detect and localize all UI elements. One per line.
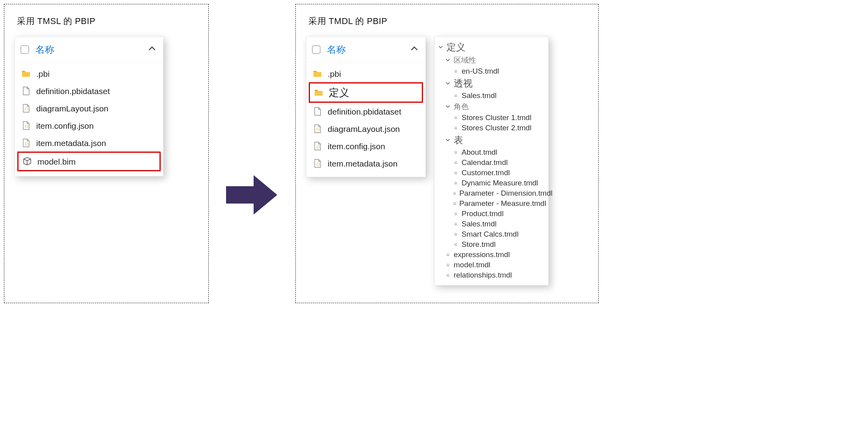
- file-row[interactable]: definition.pbidataset: [17, 82, 161, 100]
- file-row[interactable]: item.metadata.json: [17, 134, 161, 152]
- tree-root-label: 定义: [447, 41, 466, 54]
- model-icon: [22, 157, 32, 166]
- arrow-icon: [224, 171, 280, 218]
- tree-file[interactable]: ≡Smart Calcs.tmdl: [437, 229, 545, 239]
- file-name: item.metadata.json: [328, 159, 397, 168]
- tree-file-label: Stores Cluster 2.tmdl: [462, 124, 531, 132]
- tree-file[interactable]: ≡Calendar.tmdl: [437, 157, 545, 168]
- folder-icon: [21, 69, 31, 78]
- folder-icon: [313, 69, 322, 78]
- file-icon: [21, 86, 31, 96]
- file-glyph-icon: ≡: [453, 211, 458, 217]
- chevron-down-icon: [438, 44, 443, 50]
- chevron-down-icon: [445, 81, 451, 86]
- file-name: item.config.json: [36, 122, 94, 130]
- file-glyph-icon: ≡: [453, 180, 458, 186]
- select-all-checkbox[interactable]: [20, 45, 29, 54]
- file-row[interactable]: item.config.json: [17, 117, 161, 134]
- file-row[interactable]: model.bim: [17, 152, 161, 171]
- file-row[interactable]: 定义: [309, 82, 423, 103]
- tree-file[interactable]: ≡model.tmdl: [437, 260, 545, 270]
- file-glyph-icon: ≡: [453, 159, 458, 166]
- name-column-header[interactable]: 名称: [327, 43, 346, 56]
- tree-file[interactable]: ≡Sales.tmdl: [437, 91, 545, 101]
- tree-file[interactable]: ≡Sales.tmdl: [437, 219, 545, 229]
- file-glyph-icon: ≡: [445, 262, 451, 268]
- file-icon: [313, 107, 322, 116]
- tmdl-box: 采用 TMDL 的 PBIP 名称 .pbi定义definition.pbida…: [295, 4, 599, 303]
- file-row[interactable]: diagramLayout.json: [309, 120, 423, 137]
- tree-file-label: Sales.tmdl: [462, 220, 497, 228]
- tree-group-label: 角色: [454, 102, 469, 112]
- json-icon: [21, 104, 31, 113]
- tree-file[interactable]: ≡Customer.tmdl: [437, 168, 545, 178]
- tree-file-label: en-US.tmdl: [462, 67, 499, 76]
- json-icon: [21, 121, 31, 130]
- tree-file[interactable]: ≡relationships.tmdl: [437, 270, 545, 280]
- tree-file-label: Store.tmdl: [462, 240, 496, 249]
- tree-file-label: Dynamic Measure.tmdl: [462, 179, 538, 187]
- tree-file-label: Product.tmdl: [462, 209, 504, 218]
- file-glyph-icon: ≡: [453, 221, 458, 227]
- json-icon: [21, 138, 31, 148]
- tree-file[interactable]: ≡Parameter - Dimension.tmdl: [437, 188, 545, 198]
- tree-file[interactable]: ≡About.tmdl: [437, 147, 545, 157]
- tree-file-label: Stores Cluster 1.tmdl: [462, 113, 531, 122]
- file-row[interactable]: diagramLayout.json: [17, 100, 161, 117]
- tree-file[interactable]: ≡Product.tmdl: [437, 209, 545, 219]
- tree-group-label: 透视: [454, 77, 473, 90]
- tree-file[interactable]: ≡Stores Cluster 1.tmdl: [437, 113, 545, 123]
- tree-file-label: model.tmdl: [454, 261, 490, 269]
- file-row[interactable]: item.config.json: [309, 137, 423, 155]
- file-glyph-icon: ≡: [453, 68, 458, 74]
- chevron-down-icon: [445, 57, 451, 63]
- arrow-between: [224, 4, 280, 303]
- sort-caret-icon[interactable]: [147, 44, 157, 54]
- file-glyph-icon: ≡: [453, 149, 458, 156]
- tree-file[interactable]: ≡Dynamic Measure.tmdl: [437, 178, 545, 188]
- tmdl-file-panel: 名称 .pbi定义definition.pbidatasetdiagramLay…: [306, 37, 426, 177]
- file-name: model.bim: [37, 157, 76, 166]
- tree-file-label: Parameter - Measure.tmdl: [459, 199, 546, 208]
- select-all-checkbox[interactable]: [312, 45, 321, 54]
- tmsl-file-panel: 名称 .pbidefinition.pbidatasetdiagramLayou…: [15, 37, 163, 176]
- json-icon: [313, 159, 322, 168]
- tree-root[interactable]: 定义: [437, 40, 545, 54]
- tmdl-file-list: .pbi定义definition.pbidatasetdiagramLayout…: [306, 63, 425, 177]
- tree-file[interactable]: ≡expressions.tmdl: [437, 250, 545, 260]
- file-glyph-icon: ≡: [453, 231, 458, 237]
- name-column-header[interactable]: 名称: [35, 43, 54, 56]
- tree-group[interactable]: 角色: [437, 101, 545, 113]
- file-name: item.config.json: [328, 142, 385, 150]
- tree-file-label: relationships.tmdl: [454, 271, 512, 280]
- chevron-down-icon: [445, 104, 451, 109]
- tree-group-label: 表: [454, 134, 463, 146]
- tree-group[interactable]: 透视: [437, 76, 545, 91]
- file-glyph-icon: ≡: [453, 241, 458, 248]
- sort-caret-icon[interactable]: [410, 44, 419, 54]
- tree-file[interactable]: ≡Store.tmdl: [437, 239, 545, 250]
- tree-group-label: 区域性: [454, 55, 476, 65]
- tree-file[interactable]: ≡Stores Cluster 2.tmdl: [437, 123, 545, 133]
- json-icon: [313, 124, 322, 133]
- file-row[interactable]: item.metadata.json: [309, 155, 423, 172]
- tree-file-label: Customer.tmdl: [462, 168, 510, 177]
- definition-tree-panel: 定义区域性≡en-US.tmdl透视≡Sales.tmdl角色≡Stores C…: [434, 37, 549, 285]
- file-name: .pbi: [36, 70, 50, 78]
- file-row[interactable]: .pbi: [309, 65, 423, 82]
- file-glyph-icon: ≡: [453, 125, 458, 131]
- json-icon: [313, 141, 322, 151]
- file-row[interactable]: .pbi: [17, 65, 161, 82]
- tmsl-file-list: .pbidefinition.pbidatasetdiagramLayout.j…: [15, 63, 163, 176]
- file-name: 定义: [329, 87, 349, 98]
- file-glyph-icon: ≡: [453, 115, 458, 121]
- tree-file[interactable]: ≡Parameter - Measure.tmdl: [437, 198, 545, 209]
- file-name: .pbi: [328, 70, 341, 78]
- tree-file-label: Smart Calcs.tmdl: [462, 230, 519, 239]
- tmsl-title: 采用 TMSL 的 PBIP: [15, 14, 198, 37]
- file-row[interactable]: definition.pbidataset: [309, 103, 423, 120]
- file-glyph-icon: ≡: [445, 272, 451, 278]
- tree-group[interactable]: 表: [437, 133, 545, 147]
- tree-file[interactable]: ≡en-US.tmdl: [437, 66, 545, 76]
- tree-group[interactable]: 区域性: [437, 54, 545, 66]
